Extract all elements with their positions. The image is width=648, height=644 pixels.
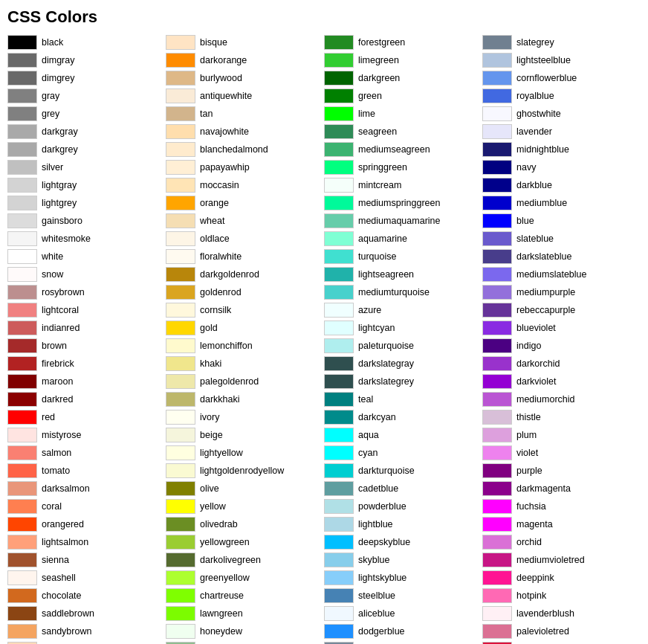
color-swatch xyxy=(7,267,37,282)
color-swatch xyxy=(166,428,195,442)
color-name: firebrick xyxy=(42,358,74,369)
color-name: lightskyblue xyxy=(358,573,406,583)
color-swatch xyxy=(7,213,37,228)
color-swatch xyxy=(7,410,37,425)
list-item: peachpuff xyxy=(7,641,166,644)
color-swatch xyxy=(166,481,195,496)
color-name: lightcyan xyxy=(358,323,395,333)
color-name: oldlace xyxy=(200,234,230,244)
color-name: darkblue xyxy=(516,180,552,190)
list-item: gold xyxy=(166,320,324,336)
color-swatch xyxy=(166,624,195,639)
color-name: snow xyxy=(42,269,63,280)
color-swatch xyxy=(166,356,195,371)
list-item: darkslateblue xyxy=(482,248,641,265)
color-name: aquamarine xyxy=(358,234,407,244)
list-item: sandybrown xyxy=(7,623,166,640)
color-name: mediumorchid xyxy=(516,394,575,405)
list-item: olivedrab xyxy=(166,516,324,532)
color-swatch xyxy=(166,445,195,460)
list-item: greenyellow xyxy=(166,570,324,586)
color-swatch xyxy=(166,196,195,210)
color-name: rosybrown xyxy=(42,287,85,297)
list-item: indianred xyxy=(7,320,166,336)
color-name: aliceblue xyxy=(358,608,395,619)
list-item: wheat xyxy=(166,213,324,229)
color-name: papayawhip xyxy=(200,162,250,173)
color-swatch xyxy=(166,231,195,246)
list-item: lightgray xyxy=(7,177,166,193)
list-item: aliceblue xyxy=(324,605,482,622)
list-item: darkred xyxy=(7,391,166,408)
color-swatch xyxy=(482,356,512,371)
list-item: fuchsia xyxy=(482,498,641,515)
list-item: tomato xyxy=(7,463,166,479)
list-item: antiquewhite xyxy=(166,88,324,104)
color-swatch xyxy=(324,321,354,335)
list-item: steelblue xyxy=(324,587,482,604)
color-name: darkslategray xyxy=(358,358,414,369)
color-swatch xyxy=(7,588,37,603)
list-item: darksalmon xyxy=(7,480,166,497)
list-item: bisque xyxy=(166,34,324,51)
color-name: maroon xyxy=(42,376,73,387)
color-swatch xyxy=(166,392,195,407)
list-item: coral xyxy=(7,498,166,515)
list-item: lightseagreen xyxy=(324,266,482,283)
list-item: lightyellow xyxy=(166,445,324,461)
color-swatch xyxy=(482,249,512,264)
color-swatch xyxy=(482,213,512,228)
color-name: navy xyxy=(516,162,536,173)
color-swatch xyxy=(7,71,37,86)
color-swatch xyxy=(324,588,354,603)
list-item: darkorchid xyxy=(482,355,641,372)
list-item: silver xyxy=(7,159,166,176)
color-name: chocolate xyxy=(42,590,82,601)
color-swatch xyxy=(166,71,195,86)
color-swatch xyxy=(482,338,512,353)
color-name: ivory xyxy=(200,412,219,422)
list-item: whitesmoke xyxy=(7,231,166,247)
color-name: green xyxy=(358,91,382,101)
color-swatch xyxy=(482,410,512,425)
color-name: grey xyxy=(42,109,59,119)
color-swatch xyxy=(7,303,37,318)
color-swatch xyxy=(166,285,195,300)
color-swatch xyxy=(166,499,195,514)
color-name: turquoise xyxy=(358,251,396,262)
color-name: olivedrab xyxy=(200,519,238,529)
color-name: cornflowerblue xyxy=(516,73,577,83)
list-item: mediumpurple xyxy=(482,284,641,300)
list-item: moccasin xyxy=(166,177,324,193)
list-item: ivory xyxy=(166,409,324,425)
color-swatch xyxy=(166,570,195,585)
color-name: wheat xyxy=(200,216,224,226)
color-name: fuchsia xyxy=(516,501,546,512)
color-name: greenyellow xyxy=(200,573,250,583)
list-item: darkslategray xyxy=(324,355,482,372)
color-name: goldenrod xyxy=(200,287,242,297)
list-item: powderblue xyxy=(324,498,482,515)
list-item: seashell xyxy=(7,570,166,586)
list-item: rosybrown xyxy=(7,284,166,300)
list-item: darkgoldenrod xyxy=(166,266,324,283)
color-swatch xyxy=(166,410,195,425)
color-name: gold xyxy=(200,323,218,333)
color-name: azure xyxy=(358,305,381,315)
list-item: orange xyxy=(166,195,324,211)
color-name: purple xyxy=(516,466,542,476)
color-name: gainsboro xyxy=(42,216,82,226)
list-item: lightslategray xyxy=(324,641,482,644)
list-item: darkolivegreen xyxy=(166,552,324,568)
color-swatch xyxy=(7,160,37,175)
color-name: skyblue xyxy=(358,555,389,565)
color-swatch xyxy=(7,553,37,567)
list-item: lavender xyxy=(482,123,641,140)
color-name: lawngreen xyxy=(200,608,243,619)
color-swatch xyxy=(482,624,512,639)
list-item: ghostwhite xyxy=(482,106,641,122)
list-item: azure xyxy=(324,302,482,318)
color-swatch xyxy=(7,624,37,639)
color-name: springgreen xyxy=(358,162,407,173)
list-item: darkorange xyxy=(166,52,324,68)
